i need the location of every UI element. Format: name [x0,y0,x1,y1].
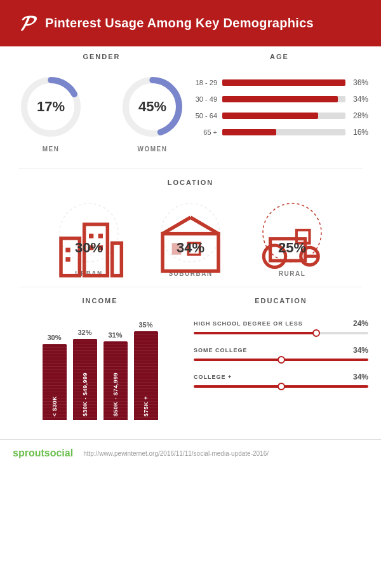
age-bar-bg-2 [222,113,345,119]
income-pct-2: 31% [108,331,122,339]
location-suburban: 34% SUBURBAN [146,198,235,277]
suburban-circle: 34% [156,198,225,268]
women-donut-center: 45% [138,99,166,115]
edu-item-2: COLLEGE + 34% [194,373,368,388]
pinterest-logo: 𝓟 [19,11,32,35]
edu-cat-0: HIGH SCHOOL DEGREE OR LESS [194,320,303,327]
edu-pct-0: 24% [353,319,368,328]
footer-url: http://www.pewinternet.org/2016/11/11/so… [83,450,269,457]
edu-bar-fill-0 [194,332,316,334]
header-title: Pinterest Usage Among Key Demographics [45,16,314,31]
age-label-1: 30 - 49 [190,95,217,103]
svg-rect-11 [98,234,103,238]
income-bar-3: 35% $75K + [134,321,158,420]
bottom-row: INCOME 30% < $30K 32% $30K - $49,999 [0,291,381,433]
urban-pct: 30% [75,240,103,256]
svg-rect-10 [89,234,93,238]
location-row: 30% URBAN 34% [13,198,368,277]
edu-pct-2: 34% [353,373,368,381]
income-bar-rect-2: $50K - $74,999 [104,341,128,420]
sprout-logo: sproutsocial [13,448,73,459]
gender-women: 45% WOMEN [117,72,187,153]
age-bar-bg-1 [222,96,345,102]
age-row-3: 65 + 16% [190,128,368,137]
edu-bar-wrap-2 [194,385,368,388]
income-pct-3: 35% [138,321,152,329]
men-label: MEN [43,146,60,153]
income-section: INCOME 30% < $30K 32% $30K - $49,999 [13,297,187,420]
age-bar-bg-3 [222,129,345,135]
income-bar-rect-0: < $30K [43,344,67,420]
gender-section: GENDER 17% MEN [13,53,190,153]
location-section: LOCATION [0,172,381,284]
social-text: social [44,448,73,458]
income-bar-2: 31% $50K - $74,999 [104,331,128,420]
rural-pct: 25% [278,240,306,256]
education-title: EDUCATION [194,297,368,304]
svg-line-19 [190,217,218,234]
age-label-0: 18 - 29 [190,79,217,86]
svg-line-18 [163,217,190,234]
edu-dot-2 [277,383,285,390]
urban-circle: 30% [54,198,124,268]
divider-2 [19,287,362,287]
edu-item-1: SOME COLLEGE 34% [194,346,368,361]
age-pct-3: 16% [351,128,368,137]
income-title: INCOME [83,297,118,304]
top-row: GENDER 17% MEN [0,46,381,165]
age-section: AGE 18 - 29 36% 30 - 49 34% 50 - 64 [190,53,368,153]
edu-dot-1 [277,356,285,364]
age-bar-bg-0 [222,79,345,86]
edu-cat-2: COLLEGE + [194,374,232,380]
svg-rect-9 [65,257,70,261]
education-section: EDUCATION HIGH SCHOOL DEGREE OR LESS 24%… [194,297,368,420]
age-bar-fill-2 [222,113,318,119]
age-pct-2: 28% [351,111,368,120]
age-title: AGE [190,53,368,60]
edu-item-0: HIGH SCHOOL DEGREE OR LESS 24% [194,319,368,334]
edu-pct-1: 34% [353,346,368,355]
men-donut: 17% [16,72,86,142]
sprout-text: sprout [13,448,44,458]
women-pct: 45% [138,99,166,115]
age-row-0: 18 - 29 36% [190,78,368,87]
edu-rows: HIGH SCHOOL DEGREE OR LESS 24% SOME COLL… [194,319,368,388]
age-label-3: 65 + [190,128,217,136]
income-bar-rect-3: $75K + [134,331,158,420]
income-bar-label-3: $75K + [143,396,149,416]
age-pct-0: 36% [351,78,368,87]
edu-top-2: COLLEGE + 34% [194,373,368,381]
divider-1 [19,168,362,169]
gender-title: GENDER [83,53,120,60]
footer: sproutsocial http://www.pewinternet.org/… [0,439,381,467]
income-bars-wrap: 30% < $30K 32% $30K - $49,999 31% [43,321,158,420]
edu-bar-wrap-0 [194,332,368,334]
income-bar-label-0: < $30K [51,396,58,416]
income-pct-0: 30% [47,334,61,341]
rural-circle: 25% [257,198,327,268]
edu-top-0: HIGH SCHOOL DEGREE OR LESS 24% [194,319,368,328]
suburban-pct: 34% [177,240,204,256]
gender-row: 17% MEN 45% WOMEN [16,72,187,153]
income-bar-0: 30% < $30K [43,334,67,420]
age-bar-fill-0 [222,79,345,86]
men-pct: 17% [37,99,65,115]
income-bar-1: 32% $30K - $49,999 [73,329,97,420]
age-bars: 18 - 29 36% 30 - 49 34% 50 - 64 28% [190,78,368,144]
income-bar-label-2: $50K - $74,999 [112,373,119,416]
income-bar-label-1: $30K - $49,999 [82,373,88,416]
header: 𝓟 Pinterest Usage Among Key Demographics [0,0,381,46]
svg-rect-7 [112,243,122,275]
age-bar-fill-1 [222,96,338,102]
location-title: LOCATION [13,179,368,186]
age-row-1: 30 - 49 34% [190,95,368,104]
location-rural: 25% RURAL [248,198,337,277]
edu-top-1: SOME COLLEGE 34% [194,346,368,355]
gender-men: 17% MEN [16,72,86,153]
income-bar-rect-1: $30K - $49,999 [73,339,97,420]
age-label-2: 50 - 64 [190,112,217,120]
women-donut: 45% [117,72,187,142]
edu-dot-0 [312,329,320,337]
svg-rect-8 [65,248,70,252]
men-donut-center: 17% [37,99,65,115]
